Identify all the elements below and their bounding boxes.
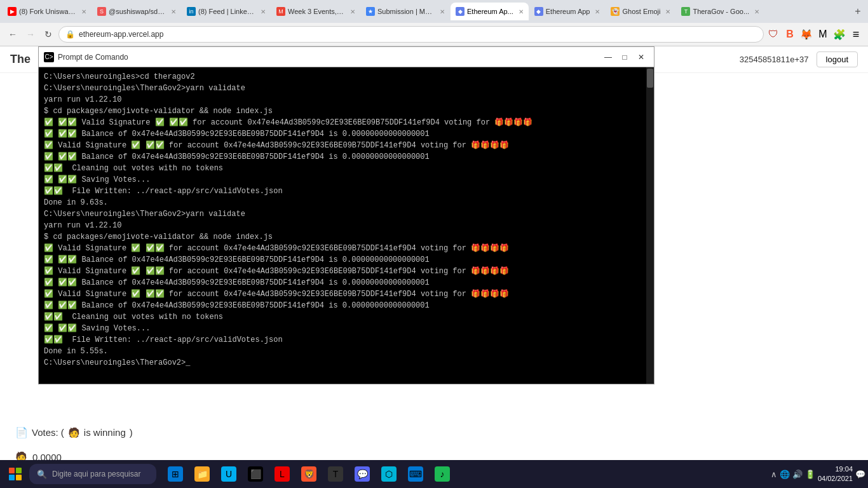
main-content: The 32545851811e+37 logout C> Prompt de …	[0, 46, 868, 461]
tab-close-t5[interactable]: ✕	[440, 8, 445, 15]
taskbar-app-taskbar-app-spotify[interactable]: ♪	[430, 461, 455, 487]
logout-button[interactable]: logout	[817, 51, 858, 67]
browser-tab-t9[interactable]: TTheraGov - Goo...✕	[676, 3, 764, 20]
clock-display[interactable]: 19:04 04/02/2021	[818, 464, 853, 484]
terminal-line-3: yarn run v1.22.10	[44, 94, 649, 105]
tab-close-t9[interactable]: ✕	[754, 8, 759, 15]
browser-tab-t4[interactable]: MWeek 3 Events, F...✕	[271, 3, 360, 20]
toolbar-icons: 🛡 B 🦊 M 🧩 ≡	[766, 27, 863, 41]
taskbar-app-icon-taskbar-app-vscode: ⌨	[408, 466, 423, 482]
refresh-button[interactable]: ↻	[41, 27, 56, 42]
taskbar-app-icon-taskbar-app-tl: T	[328, 466, 343, 482]
windows-logo-icon	[9, 468, 22, 480]
terminal-minimize-button[interactable]: —	[600, 51, 616, 64]
tab-label-t8: Ghost Emoji	[622, 8, 660, 15]
taskbar-apps: ⊞📁U⬛L🦁T💬⬡⌨♪	[163, 461, 455, 487]
taskbar-app-taskbar-app-discord[interactable]: 💬	[349, 461, 375, 487]
taskbar-search[interactable]: 🔍 Digite aqui para pesquisar	[29, 464, 156, 484]
terminal-maximize-button[interactable]: □	[617, 51, 632, 64]
tab-close-t8[interactable]: ✕	[665, 8, 670, 15]
tab-close-t7[interactable]: ✕	[595, 8, 600, 15]
terminal-line-14: C:\Users\neuroingles\TheraGov2>yarn vali…	[44, 208, 649, 220]
terminal-line-19: ✅ Valid Signature ✅ ✅✅ for account 0x47e…	[44, 266, 649, 277]
browser-tab-t1[interactable]: ▶(8) Fork Uniswap...✕	[3, 3, 92, 20]
page-title: The	[10, 53, 31, 66]
taskbar-app-icon-file-explorer: 📁	[194, 466, 210, 482]
terminal-line-2: C:\Users\neuroingles\TheraGov2>yarn vali…	[44, 83, 649, 94]
header-right: 32545851811e+37 logout	[740, 51, 858, 67]
taskbar-app-file-explorer[interactable]: 📁	[189, 461, 215, 487]
terminal-app-icon: C>	[44, 52, 54, 62]
tab-favicon-t3: in	[187, 7, 196, 16]
tab-close-t3[interactable]: ✕	[261, 8, 266, 15]
new-tab-button[interactable]: +	[850, 4, 865, 19]
brave-lion-icon[interactable]: B	[783, 27, 797, 41]
person-winning-icon: 🧑	[68, 427, 80, 438]
terminal-line-12: Done in 9.63s.	[44, 197, 649, 208]
terminal-line-8: ✅ ✅✅ Balance of 0x47e4e4Ad3B0599c92E93E6…	[44, 151, 649, 163]
taskbar-app-taskbar-app-3d[interactable]: ⬡	[376, 461, 402, 487]
tab-favicon-t5: ★	[366, 7, 375, 16]
terminal-close-button[interactable]: ✕	[634, 51, 649, 64]
forward-button[interactable]: →	[23, 27, 38, 42]
sys-tray-chevron[interactable]: ∧	[771, 470, 777, 479]
taskbar-app-icon-taskbar-app-spotify: ♪	[435, 466, 450, 482]
taskbar-app-taskbar-app-live[interactable]: L	[269, 461, 295, 487]
terminal-scrollbar-thumb	[647, 69, 653, 88]
date-display: 04/02/2021	[818, 474, 853, 484]
tab-favicon-t7: ◆	[534, 7, 543, 16]
taskbar-app-taskbar-app-vscode[interactable]: ⌨	[403, 461, 428, 487]
terminal-line-24: ✅ ✅✅ Saving Votes...	[44, 323, 649, 334]
back-button[interactable]: ←	[5, 27, 20, 42]
tab-close-t2[interactable]: ✕	[171, 8, 176, 15]
browser-tab-t8[interactable]: 👻Ghost Emoji✕	[606, 3, 675, 20]
sys-tray-battery[interactable]: 🔋	[805, 470, 815, 479]
sys-tray-volume[interactable]: 🔊	[792, 470, 803, 479]
fox-icon[interactable]: 🦊	[799, 27, 813, 41]
browser-tab-t7[interactable]: ◆Ethereum App✕	[529, 3, 606, 20]
tab-label-t5: Submission | Ma...	[377, 8, 435, 15]
metamask-icon[interactable]: M	[816, 27, 830, 41]
terminal-scrollbar[interactable]	[646, 67, 654, 384]
terminal-line-28: C:\Users\neuroingles\TheraGov2>_	[44, 357, 649, 369]
browser-tab-t2[interactable]: S@sushiswap/sdk...✕	[92, 3, 181, 20]
taskbar-app-taskbar-app-terminal[interactable]: ⬛	[243, 461, 268, 487]
terminal-title-left: C> Prompt de Comando	[44, 52, 128, 62]
terminal-body[interactable]: C:\Users\neuroingles>cd theragov2C:\User…	[38, 67, 654, 384]
browser-toolbar: ← → ↻ 🔒 ethereum-app.vercel.app 🛡 B 🦊 M …	[0, 23, 868, 46]
extension-puzzle-icon[interactable]: 🧩	[832, 27, 846, 41]
browser-tab-t3[interactable]: in(8) Feed | Linked...✕	[182, 3, 271, 20]
taskbar-app-taskbar-app-tl[interactable]: T	[323, 461, 348, 487]
tab-label-t1: (8) Fork Uniswap...	[19, 8, 76, 15]
votes-label: Votes: (	[32, 427, 64, 438]
tab-label-t3: (8) Feed | Linked...	[198, 8, 255, 15]
taskbar: 🔍 Digite aqui para pesquisar ⊞📁U⬛L🦁T💬⬡⌨♪…	[0, 460, 868, 488]
terminal-controls: — □ ✕	[600, 51, 649, 64]
taskbar-app-task-view[interactable]: ⊞	[163, 461, 188, 487]
tab-close-t4[interactable]: ✕	[350, 8, 355, 15]
notification-icon[interactable]: 💬	[855, 470, 865, 479]
tab-close-t6[interactable]: ✕	[519, 8, 524, 15]
browser-menu-icon[interactable]: ≡	[849, 27, 863, 41]
terminal-line-17: ✅ Valid Signature ✅ ✅✅ for account 0x47e…	[44, 243, 649, 254]
taskbar-search-placeholder: Digite aqui para pesquisar	[52, 470, 140, 478]
browser-tab-t5[interactable]: ★Submission | Ma...✕	[361, 3, 450, 20]
close-paren: )	[130, 427, 133, 438]
taskbar-app-taskbar-app-uplay[interactable]: U	[216, 461, 241, 487]
tab-favicon-t2: S	[97, 7, 106, 16]
terminal-titlebar: C> Prompt de Comando — □ ✕	[38, 46, 654, 67]
browser-tab-t6[interactable]: ◆Ethereum Ap...✕	[451, 3, 529, 20]
terminal-line-7: ✅ Valid Signature ✅ ✅✅ for account 0x47e…	[44, 140, 649, 151]
tab-close-t1[interactable]: ✕	[81, 8, 86, 15]
shield-icon[interactable]: 🛡	[766, 27, 780, 41]
start-button[interactable]	[3, 461, 28, 487]
sys-tray-network[interactable]: 🌐	[780, 470, 790, 479]
terminal-line-25: ✅✅ File Written: ../react-app/src/validV…	[44, 334, 649, 346]
taskbar-app-icon-taskbar-app-terminal: ⬛	[248, 466, 263, 482]
address-bar[interactable]: 🔒 ethereum-app.vercel.app	[58, 26, 764, 43]
taskbar-app-taskbar-app-brave[interactable]: 🦁	[296, 461, 322, 487]
tab-label-t4: Week 3 Events, F...	[288, 8, 345, 15]
terminal-line-18: ✅ ✅✅ Balance of 0x47e4e4Ad3B0599c92E93E6…	[44, 254, 649, 266]
terminal-line-5: ✅ ✅✅ Valid Signature ✅ ✅✅ for account 0x…	[44, 117, 649, 128]
tab-favicon-t9: T	[681, 7, 690, 16]
